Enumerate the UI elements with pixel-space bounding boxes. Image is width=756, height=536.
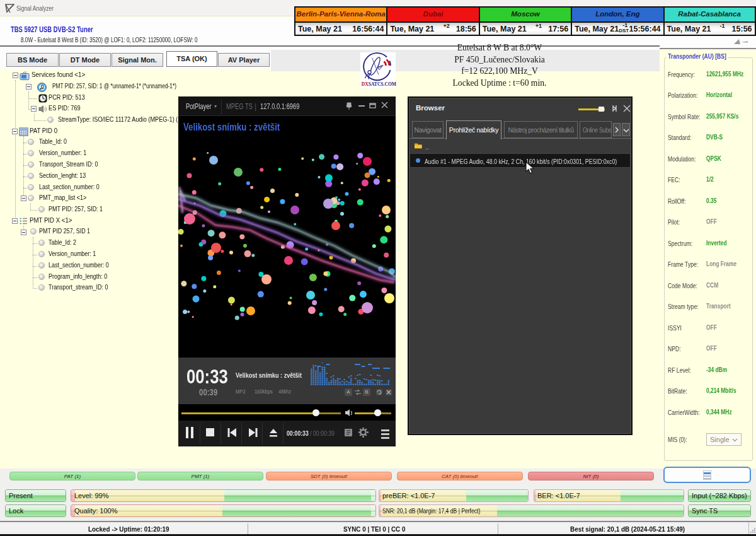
- svg-text:DX: DX: [362, 81, 369, 88]
